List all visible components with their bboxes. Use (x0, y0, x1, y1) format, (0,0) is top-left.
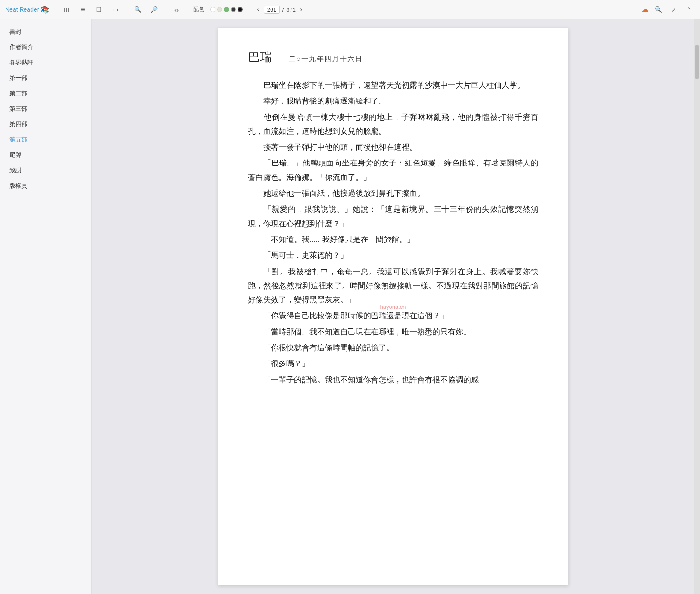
page-total: 371 (286, 6, 296, 13)
next-page-button[interactable]: › (298, 5, 304, 14)
toolbar-separator-4 (188, 5, 188, 14)
brightness-button[interactable]: ☼ (171, 3, 182, 15)
page-number-input[interactable] (264, 6, 280, 14)
sidebar-item-part3[interactable]: 第三部 (0, 101, 91, 117)
paragraph-2: 幸好，眼睛背後的劇痛逐漸緩和了。 (248, 94, 538, 108)
sidebar-item-label: 版權頁 (9, 182, 27, 189)
toolbar-separator-3 (165, 5, 165, 14)
search-icon-2: 🔎 (150, 6, 158, 13)
main-area: 書封 作者簡介 各界熱評 第一部 第二部 第三部 第四部 第五部 尾聲 致謝 版 (0, 19, 700, 594)
sidebar-item-label: 第五部 (9, 136, 27, 143)
expand-icon: ➚ (671, 6, 676, 13)
page-navigation: ‹ / 371 › (255, 5, 304, 14)
menu-icon: ≡ (80, 5, 85, 14)
color-label: 配色 (193, 6, 204, 13)
paragraph-4: 接著一發子彈打中他的頭，而後他卻在這裡。 (248, 140, 538, 154)
color-dark[interactable] (231, 7, 236, 12)
single-page-button[interactable]: ◫ (60, 3, 72, 15)
list-layout-button[interactable]: ▭ (109, 3, 121, 15)
toolbar-separator-5 (250, 5, 250, 14)
paragraph-9: 「馬可士．史萊德的？」 (248, 248, 538, 263)
sidebar-item-label: 作者簡介 (9, 44, 33, 50)
prev-page-button[interactable]: ‹ (255, 5, 261, 14)
color-options (210, 7, 243, 12)
color-green[interactable] (224, 7, 229, 12)
sidebar-item-copyright[interactable]: 版權頁 (0, 178, 91, 194)
grid-layout-button[interactable]: ❐ (93, 3, 105, 15)
paragraph-15: 「一輩子的記憶。我也不知道你會怎樣，也許會有很不協調的感 (248, 373, 538, 387)
page-separator: / (282, 6, 284, 13)
brightness-icon: ☼ (174, 6, 180, 13)
search-button-1[interactable]: 🔍 (132, 3, 144, 15)
paragraph-8: 「不知道。我......我好像只是在一間旅館。」 (248, 233, 538, 247)
color-black[interactable] (238, 7, 243, 12)
list-icon: ▭ (112, 6, 118, 13)
scrollbar-thumb[interactable] (695, 45, 699, 79)
sidebar-item-label: 書封 (9, 28, 21, 35)
sidebar-item-label: 各界熱評 (9, 59, 33, 66)
paragraph-5: 「巴瑞。」他轉頭面向坐在身旁的女子：紅色短髮、綠色眼眸、有著克爾特人的蒼白膚色。… (248, 156, 538, 185)
cloud-icon[interactable]: ☁ (641, 5, 649, 14)
paragraph-12: 「當時那個。我不知道自己現在在哪裡，唯一熟悉的只有妳。」 (248, 325, 538, 339)
scrollbar-track[interactable] (694, 19, 700, 594)
search-icon-1: 🔍 (134, 6, 141, 13)
book-icon: 📚 (41, 6, 50, 14)
paragraph-7: 「親愛的，跟我說說。」她說：「這是新境界。三十三年份的失效記憶突然湧現，你現在心… (248, 202, 538, 231)
paragraph-10: 「對。我被槍打中，奄奄一息。我還可以感覺到子彈射在身上。我喊著要妳快跑，然後忽然… (248, 265, 538, 307)
sidebar-item-label: 致謝 (9, 167, 21, 174)
paragraph-13: 「你很快就會有這條時間軸的記憶了。」 (248, 341, 538, 355)
chapter-header: 巴瑞 二○一九年四月十六日 (248, 49, 538, 65)
paragraph-14: 「很多嗎？」 (248, 357, 538, 371)
search-top-button[interactable]: 🔍 (652, 3, 664, 15)
collapse-button[interactable]: ⌃ (683, 3, 695, 15)
single-page-icon: ◫ (64, 6, 69, 13)
grid-icon: ❐ (96, 6, 102, 13)
sidebar-item-thanks[interactable]: 致謝 (0, 163, 91, 178)
paragraph-6: 她遞給他一張面紙，他接過後放到鼻孔下擦血。 (248, 186, 538, 201)
sidebar-item-label: 第一部 (9, 74, 27, 81)
toolbar-right-icons: ☁ 🔍 ➚ ⌃ (641, 3, 695, 15)
sidebar-item-reviews[interactable]: 各界熱評 (0, 55, 91, 71)
sidebar-item-label: 第四部 (9, 121, 27, 127)
search-button-2[interactable]: 🔎 (148, 3, 160, 15)
color-white[interactable] (210, 7, 215, 12)
sidebar-item-label: 第二部 (9, 90, 27, 97)
expand-button[interactable]: ➚ (668, 3, 679, 15)
sidebar-item-part1[interactable]: 第一部 (0, 71, 91, 86)
sidebar-item-label: 尾聲 (9, 151, 21, 158)
color-light[interactable] (217, 7, 222, 12)
sidebar-item-label: 第三部 (9, 105, 27, 112)
toolbar: Neat Reader 📚 ◫ ≡ ❐ ▭ 🔍 🔎 ☼ 配色 ‹ / (0, 0, 700, 19)
paragraph-11: 「你覺得自己比較像是那時候的巴瑞還是現在這個？」 (248, 309, 538, 323)
sidebar-item-author[interactable]: 作者簡介 (0, 40, 91, 55)
content-area: hayona.cn 巴瑞 二○一九年四月十六日 巴瑞坐在陰影下的一張椅子，遠望著… (92, 19, 700, 594)
toolbar-separator-1 (55, 5, 55, 14)
paragraph-1: 巴瑞坐在陰影下的一張椅子，遠望著天光初露的沙漠中一大片巨人柱仙人掌。 (248, 78, 538, 92)
sidebar-item-part2[interactable]: 第二部 (0, 86, 91, 101)
app-title-text: Neat Reader (5, 6, 39, 13)
reading-page: hayona.cn 巴瑞 二○一九年四月十六日 巴瑞坐在陰影下的一張椅子，遠望著… (218, 28, 568, 585)
chapter-title: 巴瑞 (248, 49, 272, 65)
prev-icon: ‹ (257, 6, 259, 13)
sidebar-item-part5[interactable]: 第五部 (0, 132, 91, 148)
content-body: 巴瑞坐在陰影下的一張椅子，遠望著天光初露的沙漠中一大片巨人柱仙人掌。 幸好，眼睛… (248, 78, 538, 387)
next-icon: › (300, 6, 302, 13)
paragraph-3: 他倒在曼哈頓一棟大樓十七樓的地上，子彈咻咻亂飛，他的身體被打得千瘡百孔，血流如注… (248, 110, 538, 139)
sidebar-item-epilogue[interactable]: 尾聲 (0, 148, 91, 163)
app-title: Neat Reader 📚 (5, 6, 50, 14)
menu-button[interactable]: ≡ (76, 3, 88, 15)
sidebar: 書封 作者簡介 各界熱評 第一部 第二部 第三部 第四部 第五部 尾聲 致謝 版 (0, 19, 92, 594)
up-icon: ⌃ (687, 6, 691, 12)
sidebar-item-part4[interactable]: 第四部 (0, 117, 91, 132)
page-wrapper[interactable]: hayona.cn 巴瑞 二○一九年四月十六日 巴瑞坐在陰影下的一張椅子，遠望著… (92, 19, 694, 594)
chapter-date: 二○一九年四月十六日 (289, 55, 363, 64)
toolbar-separator-2 (126, 5, 126, 14)
sidebar-item-cover[interactable]: 書封 (0, 24, 91, 40)
search-top-icon: 🔍 (655, 6, 662, 13)
